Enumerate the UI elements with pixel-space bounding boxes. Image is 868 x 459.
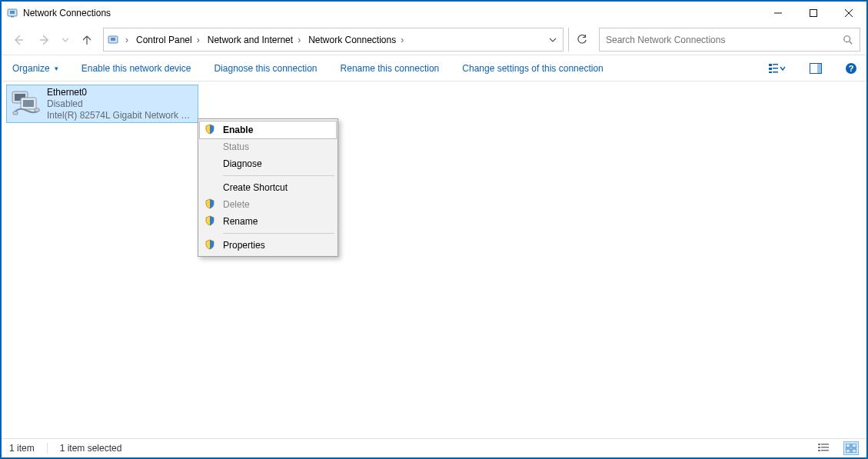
shield-icon bbox=[205, 215, 215, 228]
ctx-delete-label: Delete bbox=[223, 199, 250, 210]
ctx-diagnose-label: Diagnose bbox=[223, 158, 262, 169]
svg-point-6 bbox=[844, 35, 850, 42]
svg-rect-1 bbox=[10, 11, 15, 14]
rename-connection-button[interactable]: Rename this connection bbox=[338, 60, 443, 77]
change-settings-button[interactable]: Change settings of this connection bbox=[459, 60, 606, 77]
recent-locations-dropdown[interactable] bbox=[60, 28, 71, 52]
svg-rect-28 bbox=[821, 450, 829, 451]
address-icon bbox=[104, 34, 122, 46]
status-item-count: 1 item bbox=[9, 443, 35, 454]
svg-rect-5 bbox=[111, 38, 115, 41]
title-bar: Network Connections bbox=[2, 2, 866, 25]
menu-separator bbox=[223, 175, 334, 176]
network-adapter-icon bbox=[10, 87, 42, 119]
breadcrumb: › Control Panel › Network and Internet ›… bbox=[122, 35, 543, 45]
adapter-context-menu: Enable Status Diagnose Create Shortcut D… bbox=[198, 118, 338, 257]
svg-rect-20 bbox=[23, 100, 34, 107]
shield-icon bbox=[205, 239, 215, 252]
svg-rect-32 bbox=[852, 449, 856, 453]
status-bar: 1 item 1 item selected bbox=[2, 438, 866, 457]
svg-rect-2 bbox=[11, 16, 14, 18]
breadcrumb-control-panel[interactable]: Control Panel bbox=[131, 35, 194, 45]
status-selected-count: 1 item selected bbox=[60, 443, 122, 454]
ctx-create-shortcut[interactable]: Create Shortcut bbox=[200, 179, 336, 196]
search-icon[interactable] bbox=[836, 35, 860, 45]
address-dropdown[interactable] bbox=[543, 36, 563, 44]
chevron-right-icon[interactable]: › bbox=[194, 35, 203, 45]
svg-rect-9 bbox=[769, 72, 772, 73]
svg-rect-10 bbox=[773, 64, 778, 65]
forward-button[interactable] bbox=[34, 28, 55, 52]
menu-separator bbox=[223, 233, 334, 234]
refresh-button[interactable] bbox=[568, 28, 594, 52]
svg-rect-26 bbox=[821, 447, 829, 448]
svg-rect-30 bbox=[852, 444, 856, 447]
up-button[interactable] bbox=[75, 28, 98, 52]
chevron-down-icon: ▾ bbox=[55, 65, 58, 72]
chevron-right-icon[interactable]: › bbox=[397, 35, 407, 45]
ctx-enable[interactable]: Enable bbox=[200, 121, 336, 138]
ctx-enable-label: Enable bbox=[223, 125, 253, 135]
svg-rect-11 bbox=[773, 68, 778, 69]
details-view-button[interactable] bbox=[816, 441, 831, 455]
back-button[interactable] bbox=[8, 28, 29, 52]
svg-rect-22 bbox=[35, 108, 39, 111]
nav-bar: › Control Panel › Network and Internet ›… bbox=[2, 25, 866, 55]
command-bar: Organize ▾ Enable this network device Di… bbox=[2, 55, 866, 81]
content-area: Ethernet0 Disabled Intel(R) 82574L Gigab… bbox=[2, 81, 866, 438]
minimize-button[interactable] bbox=[760, 2, 796, 25]
ctx-properties-label: Properties bbox=[223, 240, 265, 251]
view-options-button[interactable] bbox=[767, 59, 788, 78]
svg-rect-3 bbox=[810, 10, 817, 17]
shield-icon bbox=[205, 124, 215, 137]
svg-rect-24 bbox=[821, 444, 829, 445]
ctx-delete: Delete bbox=[200, 196, 336, 213]
address-bar[interactable]: › Control Panel › Network and Internet ›… bbox=[103, 28, 564, 52]
ctx-properties[interactable]: Properties bbox=[200, 237, 336, 254]
help-button[interactable]: ? bbox=[843, 59, 859, 78]
organize-menu[interactable]: Organize ▾ bbox=[9, 60, 62, 77]
ctx-status: Status bbox=[200, 138, 336, 155]
diagnose-connection-button[interactable]: Diagnose this connection bbox=[211, 60, 320, 77]
chevron-right-icon[interactable]: › bbox=[122, 35, 131, 45]
chevron-right-icon[interactable]: › bbox=[294, 35, 304, 45]
svg-rect-29 bbox=[846, 444, 850, 447]
svg-rect-31 bbox=[846, 449, 850, 453]
svg-rect-25 bbox=[818, 447, 820, 448]
preview-pane-button[interactable] bbox=[805, 59, 826, 78]
status-separator bbox=[47, 443, 48, 454]
enable-device-button[interactable]: Enable this network device bbox=[78, 60, 195, 77]
svg-rect-8 bbox=[769, 68, 772, 70]
svg-text:?: ? bbox=[849, 64, 854, 73]
ctx-diagnose[interactable]: Diagnose bbox=[200, 155, 336, 172]
svg-rect-21 bbox=[13, 111, 18, 115]
adapter-name: Ethernet0 bbox=[47, 87, 195, 98]
breadcrumb-network-internet[interactable]: Network and Internet bbox=[203, 35, 294, 45]
ctx-rename-label: Rename bbox=[223, 216, 258, 227]
app-icon bbox=[6, 7, 18, 19]
adapter-status: Disabled bbox=[47, 98, 195, 110]
svg-rect-14 bbox=[817, 64, 821, 73]
svg-rect-23 bbox=[818, 444, 820, 445]
ctx-create-shortcut-label: Create Shortcut bbox=[223, 182, 288, 193]
window-title: Network Connections bbox=[23, 8, 111, 18]
maximize-button[interactable] bbox=[796, 2, 831, 25]
close-button[interactable] bbox=[831, 2, 866, 25]
tiles-view-button[interactable] bbox=[843, 441, 859, 455]
adapter-item-ethernet0[interactable]: Ethernet0 Disabled Intel(R) 82574L Gigab… bbox=[6, 85, 198, 123]
ctx-status-label: Status bbox=[223, 141, 249, 152]
ctx-rename[interactable]: Rename bbox=[200, 213, 336, 230]
search-input[interactable] bbox=[600, 35, 836, 45]
breadcrumb-network-connections[interactable]: Network Connections bbox=[304, 35, 397, 45]
svg-rect-27 bbox=[818, 450, 820, 451]
shield-icon bbox=[205, 198, 215, 211]
adapter-device: Intel(R) 82574L Gigabit Network C... bbox=[47, 110, 195, 121]
organize-label: Organize bbox=[12, 63, 50, 74]
search-box[interactable] bbox=[599, 28, 860, 52]
svg-rect-12 bbox=[773, 72, 778, 73]
adapter-info: Ethernet0 Disabled Intel(R) 82574L Gigab… bbox=[47, 87, 195, 121]
svg-rect-7 bbox=[769, 64, 772, 66]
